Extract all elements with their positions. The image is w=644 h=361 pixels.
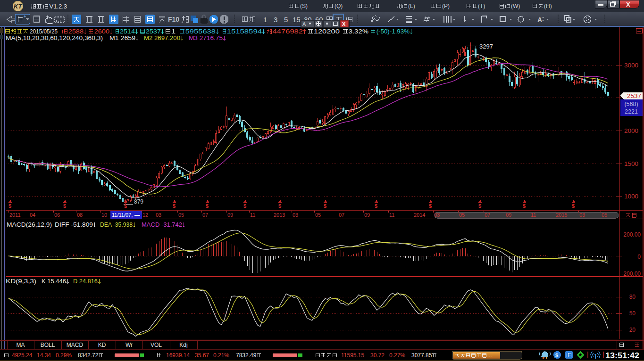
svg-text:X: X xyxy=(342,21,346,27)
svg-text:11/11/07,: 11/11/07, xyxy=(112,212,133,218)
svg-text:03: 03 xyxy=(156,212,161,218)
svg-text:200.00: 200.00 xyxy=(623,231,641,238)
svg-text:3: 3 xyxy=(274,16,277,24)
svg-text:09: 09 xyxy=(364,212,370,218)
svg-text:06: 06 xyxy=(54,212,60,218)
svg-text:2013: 2013 xyxy=(274,212,285,218)
svg-text:DIFF -51.809: DIFF -51.809 xyxy=(55,221,93,228)
svg-text:20: 20 xyxy=(629,327,636,333)
svg-text:2588: 2588 xyxy=(68,28,84,35)
svg-text:879: 879 xyxy=(134,198,143,205)
svg-text:2537: 2537 xyxy=(146,28,161,35)
svg-text:BOLL: BOLL xyxy=(41,342,55,348)
svg-text:2011: 2011 xyxy=(9,212,21,218)
svg-text:KD(9,3,3): KD(9,3,3) xyxy=(6,278,36,285)
svg-text:Wr: Wr xyxy=(125,342,133,348)
svg-text:07: 07 xyxy=(339,212,344,218)
svg-text:KD: KD xyxy=(98,342,106,348)
svg-text:0.27%: 0.27% xyxy=(389,352,405,359)
svg-text:(W): (W) xyxy=(511,3,520,9)
svg-text:(H): (H) xyxy=(544,3,552,9)
svg-text:$: $ xyxy=(63,203,66,209)
svg-text:09: 09 xyxy=(227,212,233,218)
svg-text:$: $ xyxy=(124,203,127,209)
svg-text:(T): (T) xyxy=(478,3,485,9)
svg-text:(Q): (Q) xyxy=(335,3,343,9)
svg-text:MACD: MACD xyxy=(67,342,84,348)
svg-text:$: $ xyxy=(278,203,281,209)
svg-text:03: 03 xyxy=(579,212,585,218)
svg-text:(-50)-1.93%: (-50)-1.93% xyxy=(376,28,410,35)
svg-text:07: 07 xyxy=(485,212,490,218)
svg-text:13:51:42: 13:51:42 xyxy=(605,352,639,360)
svg-text:V1.2.3: V1.2.3 xyxy=(50,3,67,10)
svg-text:(P): (P) xyxy=(442,3,450,9)
svg-text:2514: 2514 xyxy=(120,28,135,35)
svg-text:MA: MA xyxy=(17,342,25,348)
svg-text:$: $ xyxy=(523,203,526,209)
svg-text:05: 05 xyxy=(459,212,465,218)
svg-text:5955638: 5955638 xyxy=(185,28,216,35)
svg-text:DEA -35.938: DEA -35.938 xyxy=(100,221,133,228)
svg-text:12: 12 xyxy=(142,212,148,218)
svg-text:5: 5 xyxy=(284,16,288,24)
svg-text:1500: 1500 xyxy=(624,160,638,167)
svg-text:120200: 120200 xyxy=(314,28,340,35)
svg-text:7832.49: 7832.49 xyxy=(236,352,257,359)
svg-text:11: 11 xyxy=(389,212,394,218)
svg-text:VOL: VOL xyxy=(151,342,162,348)
svg-text:Kdj: Kdj xyxy=(179,342,187,348)
svg-text:$: $ xyxy=(324,203,326,209)
svg-text:$: $ xyxy=(478,203,481,209)
svg-text:05: 05 xyxy=(315,212,321,218)
svg-text:11: 11 xyxy=(250,212,255,218)
svg-text:03: 03 xyxy=(293,212,298,218)
svg-text:$: $ xyxy=(8,203,11,209)
svg-text:$: $ xyxy=(206,203,209,209)
svg-text:16939.14: 16939.14 xyxy=(166,352,190,359)
svg-text:KT: KT xyxy=(14,3,22,10)
svg-text:1: 1 xyxy=(263,16,267,24)
svg-text:1000: 1000 xyxy=(624,193,638,200)
svg-text:14.34: 14.34 xyxy=(37,352,51,359)
svg-text:07: 07 xyxy=(202,212,208,218)
svg-text:$: $ xyxy=(375,203,377,209)
svg-text:09: 09 xyxy=(506,212,511,218)
svg-text:-200.00: -200.00 xyxy=(621,271,641,277)
svg-text:2221: 2221 xyxy=(625,108,638,115)
svg-text:4925.24: 4925.24 xyxy=(12,352,33,359)
svg-text:2000: 2000 xyxy=(624,127,638,134)
svg-text:$: $ xyxy=(243,203,246,209)
svg-text:MACD -31.742: MACD -31.742 xyxy=(142,221,182,228)
svg-text:MA(5,10,20,30,60,120,240,360,3: MA(5,10,20,30,60,120,240,360,3) xyxy=(6,34,103,41)
svg-text:3000: 3000 xyxy=(624,62,638,69)
svg-text:A: A xyxy=(302,21,306,27)
svg-text:15: 15 xyxy=(293,16,301,24)
svg-text:2600: 2600 xyxy=(94,28,109,35)
svg-text:1: 1 xyxy=(171,28,176,35)
svg-text:05: 05 xyxy=(602,212,607,218)
svg-text:8342.72: 8342.72 xyxy=(78,352,99,359)
svg-text:D 24.816: D 24.816 xyxy=(73,278,98,285)
svg-text:11: 11 xyxy=(531,212,536,218)
svg-text:2537: 2537 xyxy=(627,92,641,99)
svg-text:(S): (S) xyxy=(300,3,308,9)
svg-text:F10: F10 xyxy=(168,16,179,23)
svg-text:03: 03 xyxy=(434,212,440,218)
svg-text:11595.15: 11595.15 xyxy=(341,352,364,359)
svg-text:M1 2659: M1 2659 xyxy=(109,34,135,41)
svg-text:$: $ xyxy=(173,203,176,209)
svg-text:A: A xyxy=(537,16,542,24)
svg-text:(568): (568) xyxy=(624,101,638,107)
svg-text:X: X xyxy=(626,1,630,8)
svg-text:35.67: 35.67 xyxy=(195,352,209,359)
svg-text:3297: 3297 xyxy=(479,43,493,50)
svg-text:2015/05/25: 2015/05/25 xyxy=(30,28,58,35)
svg-text:2015: 2015 xyxy=(556,212,567,218)
svg-text:2014: 2014 xyxy=(414,212,425,218)
svg-text:05: 05 xyxy=(178,212,184,218)
svg-text:$: $ xyxy=(572,203,575,209)
svg-text:3077.85: 3077.85 xyxy=(411,352,432,359)
svg-text:K 15.446: K 15.446 xyxy=(42,278,66,285)
svg-text:$: $ xyxy=(429,203,432,209)
